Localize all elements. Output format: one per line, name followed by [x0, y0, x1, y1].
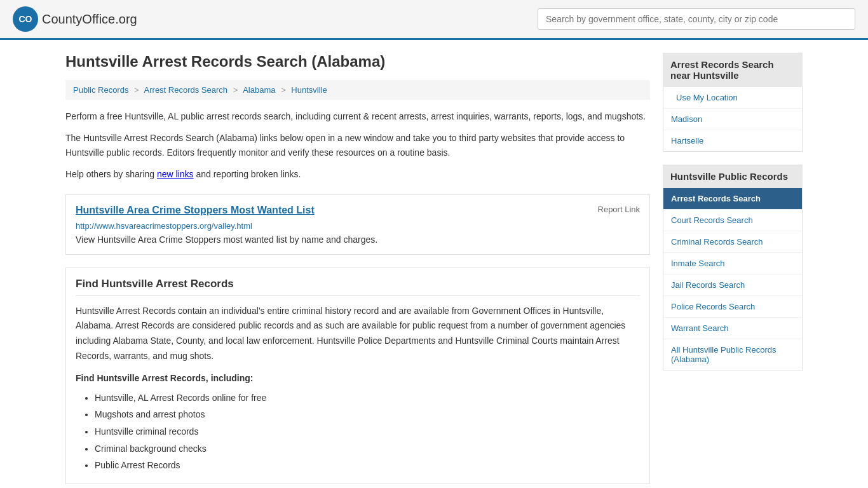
crime-stoppers-url[interactable]: http://www.hsvareacrimestoppers.org/vall…	[76, 221, 640, 231]
new-links-link[interactable]: new links	[157, 169, 194, 179]
sidebar-public-records-heading: Huntsville Public Records	[663, 165, 803, 188]
site-header: CO CountyOffice.org	[0, 0, 868, 40]
crime-stoppers-desc: View Huntsville Area Crime Stoppers most…	[76, 234, 640, 245]
sidebar-nearby-links: Use My Location Madison Hartselle	[663, 87, 803, 152]
sidebar-link-inmate-search[interactable]: Inmate Search	[663, 253, 802, 274]
logo-area: CO CountyOffice.org	[13, 6, 137, 32]
logo-icon: CO	[13, 6, 38, 32]
crime-stoppers-link[interactable]: Huntsville Area Crime Stoppers Most Want…	[76, 205, 315, 215]
breadcrumb-sep-3: >	[281, 85, 286, 95]
breadcrumb: Public Records > Arrest Records Search >…	[65, 80, 650, 100]
logo-suffix: .org	[115, 12, 137, 26]
intro-paragraph-2: The Huntsville Arrest Records Search (Al…	[65, 131, 650, 159]
sidebar-link-all-public-records[interactable]: All Huntsville Public Records (Alabama)	[663, 339, 802, 370]
sidebar-link-jail-records[interactable]: Jail Records Search	[663, 274, 802, 296]
page-title: Huntsville Arrest Records Search (Alabam…	[65, 53, 650, 71]
intro3-suffix: and reporting broken links.	[194, 169, 301, 179]
find-list: Huntsville, AL Arrest Records online for…	[76, 390, 640, 474]
sidebar-public-records-section: Huntsville Public Records Arrest Records…	[663, 165, 803, 370]
sidebar-link-warrant-search[interactable]: Warrant Search	[663, 318, 802, 339]
sidebar-nearby-heading: Arrest Records Search near Huntsville	[663, 53, 803, 87]
sidebar-public-records-links: Arrest Records Search Court Records Sear…	[663, 188, 803, 370]
sidebar-link-police-records[interactable]: Police Records Search	[663, 296, 802, 318]
search-input[interactable]	[538, 8, 855, 30]
breadcrumb-link-alabama[interactable]: Alabama	[243, 85, 275, 95]
sidebar: Arrest Records Search near Huntsville Us…	[663, 53, 803, 484]
intro-paragraph-1: Perform a free Huntsville, AL public arr…	[65, 109, 650, 123]
logo-brand: CountyOffice	[42, 12, 115, 26]
list-item: Public Arrest Records	[95, 457, 640, 474]
logo-text: CountyOffice.org	[42, 12, 137, 27]
link-record-card: Report Link Huntsville Area Crime Stoppe…	[65, 194, 650, 255]
list-item: Huntsville, AL Arrest Records online for…	[95, 390, 640, 407]
sidebar-link-madison[interactable]: Madison	[663, 109, 802, 130]
intro3-prefix: Help others by sharing	[65, 169, 157, 179]
list-item: Criminal background checks	[95, 440, 640, 458]
content-area: Huntsville Arrest Records Search (Alabam…	[65, 53, 650, 484]
sidebar-link-court-records[interactable]: Court Records Search	[663, 210, 802, 231]
report-link-button[interactable]: Report Link	[598, 205, 640, 214]
breadcrumb-sep-2: >	[233, 85, 238, 95]
breadcrumb-link-arrest-records[interactable]: Arrest Records Search	[144, 85, 228, 95]
sidebar-link-use-location[interactable]: Use My Location	[663, 87, 802, 109]
main-container: Huntsville Arrest Records Search (Alabam…	[53, 40, 815, 488]
sidebar-link-arrest-records[interactable]: Arrest Records Search	[663, 188, 802, 210]
breadcrumb-link-public-records[interactable]: Public Records	[73, 85, 128, 95]
intro-paragraph-3: Help others by sharing new links and rep…	[65, 167, 650, 181]
list-item: Huntsville criminal records	[95, 423, 640, 440]
find-section-subheading: Find Huntsville Arrest Records, includin…	[76, 373, 640, 383]
find-section: Find Huntsville Arrest Records Huntsvill…	[65, 268, 650, 484]
list-item: Mugshots and arrest photos	[95, 406, 640, 423]
breadcrumb-sep-1: >	[134, 85, 139, 95]
svg-text:CO: CO	[19, 14, 32, 24]
sidebar-nearby-section: Arrest Records Search near Huntsville Us…	[663, 53, 803, 152]
sidebar-link-criminal-records[interactable]: Criminal Records Search	[663, 231, 802, 253]
sidebar-link-hartselle[interactable]: Hartselle	[663, 130, 802, 151]
find-section-body: Huntsville Arrest Records contain an ind…	[76, 304, 640, 364]
breadcrumb-link-huntsville[interactable]: Huntsville	[291, 85, 327, 95]
find-section-title: Find Huntsville Arrest Records	[76, 278, 640, 296]
